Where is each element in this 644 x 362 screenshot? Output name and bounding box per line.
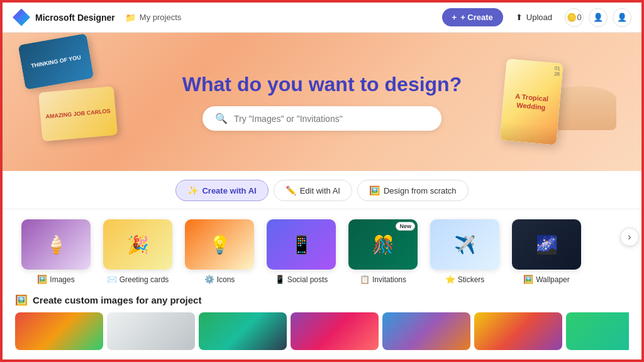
category-wallpaper[interactable]: 🌌 🖼️Wallpaper	[506, 219, 587, 284]
category-wallpaper-thumb: 🌌	[512, 219, 581, 270]
tab-edit-ai-label: Edit with AI	[300, 186, 340, 195]
custom-images-section: 🖼️ Create custom images for any project	[3, 289, 641, 353]
icons-cat-icon: ⚙️	[204, 275, 214, 284]
search-icon: 🔍	[215, 112, 228, 124]
custom-images-row	[15, 312, 629, 350]
hero-card-thinking: THINKING OF YOU	[18, 33, 94, 90]
greeting-thumb-content: 🎉	[103, 219, 172, 270]
custom-img-1[interactable]	[15, 312, 103, 350]
upload-label: Upload	[526, 13, 552, 22]
share-button[interactable]: 👤	[589, 8, 608, 27]
create-ai-icon: ✨	[187, 185, 198, 195]
images-icon: 🖼️	[37, 275, 47, 284]
tab-create-ai-label: Create with AI	[202, 186, 256, 195]
hero-title: What do you want to design?	[182, 73, 462, 96]
microsoft-designer-logo-icon	[13, 9, 30, 26]
create-button[interactable]: + + Create	[442, 8, 503, 26]
hero-cards-left: THINKING OF YOU AMAZING JOB CARLOS	[21, 39, 116, 138]
category-stickers-thumb: ✈️	[430, 219, 499, 270]
stickers-icon: ⭐	[445, 275, 455, 284]
coins-icon: 🪙	[567, 13, 577, 22]
category-wallpaper-label: 🖼️Wallpaper	[523, 275, 570, 284]
coins-button[interactable]: 🪙 0	[565, 8, 584, 27]
greeting-icon: ✉️	[107, 275, 117, 284]
from-scratch-icon: 🖼️	[369, 185, 380, 195]
category-social-label: 📱Social posts	[275, 275, 328, 284]
hero-banner: THINKING OF YOU AMAZING JOB CARLOS What …	[3, 33, 641, 171]
new-badge: New	[396, 222, 415, 231]
category-invitations-thumb: 🎊 New	[348, 219, 418, 270]
wallpaper-thumb-content: 🌌	[512, 219, 581, 270]
hero-right: 0128 A Tropical Wedding	[503, 39, 616, 165]
section-title-text: Create custom images for any project	[33, 295, 201, 305]
header-actions: + + Create ⬆ Upload 🪙 0 👤 👤	[442, 8, 631, 27]
category-greeting-cards[interactable]: 🎉 ✉️Greeting cards	[97, 219, 179, 284]
profile-icon: 👤	[617, 13, 627, 22]
tab-from-scratch-label: Design from scratch	[384, 186, 457, 195]
share-icon: 👤	[593, 13, 603, 22]
social-thumb-content: 📱	[267, 219, 336, 270]
tab-from-scratch[interactable]: 🖼️ Design from scratch	[357, 180, 469, 201]
wallpaper-icon: 🖼️	[523, 275, 533, 284]
category-greeting-thumb: 🎉	[103, 219, 172, 270]
category-images-label: 🖼️Images	[37, 275, 74, 284]
category-invitations-label: 📋Invitations	[360, 275, 406, 284]
tab-edit-ai[interactable]: ✏️ Edit with AI	[274, 180, 352, 201]
section-title: 🖼️ Create custom images for any project	[15, 294, 629, 306]
create-plus-icon: +	[452, 13, 457, 22]
category-social-posts[interactable]: 📱 📱Social posts	[260, 219, 342, 284]
my-projects-label: My projects	[140, 13, 181, 22]
my-projects-link[interactable]: 📁 My projects	[125, 13, 181, 23]
wedding-card: 0128 A Tropical Wedding	[500, 58, 564, 145]
upload-button[interactable]: ⬆ Upload	[508, 8, 560, 26]
carlos-card-text: AMAZING JOB CARLOS	[45, 108, 111, 120]
hero-card-carlos: AMAZING JOB CARLOS	[38, 86, 118, 141]
upload-icon: ⬆	[516, 13, 523, 22]
category-stickers[interactable]: ✈️ ⭐Stickers	[424, 219, 506, 284]
category-icons-thumb: 💡	[185, 219, 254, 270]
search-bar[interactable]: 🔍	[203, 106, 441, 131]
category-icons[interactable]: 💡 ⚙️Icons	[179, 219, 260, 284]
search-input[interactable]	[234, 114, 429, 124]
custom-img-7[interactable]	[566, 312, 629, 350]
custom-img-6[interactable]	[474, 312, 562, 350]
thinking-card-text: THINKING OF YOU	[31, 54, 82, 69]
category-greeting-label: ✉️Greeting cards	[107, 275, 169, 284]
category-images-thumb: 🍦	[21, 219, 91, 270]
category-social-thumb: 📱	[267, 219, 336, 270]
profile-button[interactable]: 👤	[613, 8, 631, 27]
categories-next-arrow[interactable]: ›	[620, 228, 639, 246]
app-title: Microsoft Designer	[35, 13, 115, 23]
custom-img-5[interactable]	[382, 312, 470, 350]
category-icons-label: ⚙️Icons	[204, 275, 235, 284]
logo-area: Microsoft Designer	[13, 9, 115, 26]
tabs-row: ✨ Create with AI ✏️ Edit with AI 🖼️ Desi…	[3, 171, 641, 209]
category-invitations[interactable]: 🎊 New 📋Invitations	[342, 219, 424, 284]
invitations-icon: 📋	[360, 275, 370, 284]
custom-img-2[interactable]	[107, 312, 195, 350]
social-icon: 📱	[275, 275, 285, 284]
category-images[interactable]: 🍦 🖼️Images	[15, 219, 97, 284]
custom-img-3[interactable]	[199, 312, 287, 350]
section-title-icon: 🖼️	[15, 294, 28, 306]
create-label: + Create	[460, 13, 493, 22]
custom-img-4[interactable]	[291, 312, 379, 350]
folder-icon: 📁	[125, 13, 136, 23]
images-thumb-content: 🍦	[21, 219, 91, 270]
stickers-thumb-content: ✈️	[430, 219, 499, 270]
header: Microsoft Designer 📁 My projects + + Cre…	[3, 3, 641, 33]
categories-row: 🍦 🖼️Images 🎉 ✉️Greeting cards 💡 ⚙️Icons …	[3, 209, 641, 289]
thinking-card-content: THINKING OF YOU	[18, 33, 94, 90]
carlos-card-content: AMAZING JOB CARLOS	[38, 86, 118, 141]
edit-ai-icon: ✏️	[286, 185, 296, 195]
coins-count: 0	[577, 13, 581, 22]
tab-create-ai[interactable]: ✨ Create with AI	[175, 180, 268, 201]
icons-thumb-content: 💡	[185, 219, 254, 270]
category-stickers-label: ⭐Stickers	[445, 275, 485, 284]
